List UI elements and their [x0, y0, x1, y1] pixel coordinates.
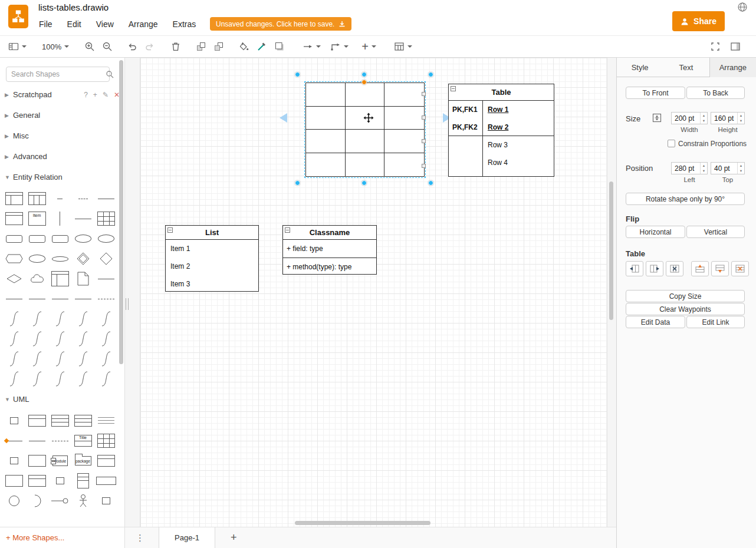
shape-preview-cloud[interactable] [25, 269, 48, 288]
shape-preview-table[interactable] [25, 189, 48, 208]
insert-column-right-button[interactable] [646, 261, 663, 276]
shape-preview-curve[interactable] [48, 369, 71, 388]
copy-size-button[interactable]: Copy Size [626, 290, 745, 302]
table-row[interactable]: PK,FK1 Row 1 [449, 101, 554, 118]
menu-extras[interactable]: Extras [173, 19, 196, 29]
shape-preview-curve[interactable] [94, 309, 117, 328]
table-row[interactable]: Row 4 [449, 154, 554, 171]
shape-preview-item[interactable]: Item [25, 209, 48, 228]
shape-preview-class[interactable] [71, 471, 94, 490]
left-input[interactable]: 280 pt ▲▼ [671, 162, 708, 174]
shape-preview-text[interactable] [94, 411, 117, 430]
shape-preview-rect[interactable] [25, 451, 48, 470]
shape-preview-hexagon[interactable] [2, 249, 25, 268]
add-icon[interactable]: + [93, 91, 97, 99]
shape-preview-divider[interactable] [48, 209, 71, 228]
shape-preview-line[interactable] [94, 189, 117, 208]
connect-arrow-left[interactable] [280, 113, 287, 123]
pages-menu-icon[interactable]: ⋮ [136, 533, 144, 543]
tab-arrange[interactable]: Arrange [709, 58, 756, 77]
insert-row-above-button[interactable] [691, 261, 709, 276]
shape-preview-rect[interactable] [2, 451, 25, 470]
shape-preview-arc[interactable] [25, 491, 48, 510]
shape-preview-class[interactable] [94, 451, 117, 470]
fill-color-button[interactable] [239, 41, 249, 52]
sidebar-section-general[interactable]: ▶ General [0, 105, 124, 126]
shape-preview-diamond[interactable] [94, 249, 117, 268]
class-shape[interactable]: Classname + field: type + method(type): … [282, 225, 377, 275]
shape-preview-grid[interactable] [94, 431, 117, 450]
shape-preview-curve[interactable] [48, 349, 71, 368]
list-shape[interactable]: List Item 1 Item 2 Item 3 [165, 225, 259, 292]
shape-preview-rect[interactable] [2, 471, 25, 490]
shape-preview-ellipse[interactable] [48, 249, 71, 268]
shape-preview-table[interactable] [2, 209, 25, 228]
sidebar-section-entity-relation[interactable]: ▼ Entity Relation [0, 167, 124, 187]
selected-table-shape[interactable] [305, 82, 425, 177]
list-item[interactable]: Item 2 [166, 258, 258, 275]
menu-edit[interactable]: Edit [67, 19, 81, 29]
width-input[interactable]: 200 pt ▲▼ [671, 112, 708, 124]
collapse-icon[interactable] [285, 227, 290, 233]
sidebar-section-scratchpad[interactable]: ▶ Scratchpad ? + ✎ ✕ [0, 84, 124, 105]
top-stepper[interactable]: ▲▼ [737, 163, 744, 174]
row-resize-handle[interactable] [422, 164, 426, 168]
edit-pencil-icon[interactable]: ✎ [103, 91, 109, 99]
shape-preview-curve[interactable] [71, 369, 94, 388]
shape-preview-class[interactable] [48, 411, 71, 430]
shape-preview-object[interactable] [2, 411, 25, 430]
rotation-handle[interactable] [361, 80, 367, 85]
width-stepper[interactable]: ▲▼ [700, 113, 707, 124]
shape-preview-curve[interactable] [71, 349, 94, 368]
shape-preview-diamond[interactable] [2, 269, 25, 288]
shape-preview-attribute[interactable] [71, 229, 94, 248]
help-icon[interactable]: ? [84, 91, 88, 99]
table-row[interactable]: PK,FK2 Row 2 [449, 118, 554, 136]
shape-preview-rect[interactable] [48, 471, 71, 490]
shape-preview-line[interactable] [2, 289, 25, 308]
shape-preview-curve[interactable] [71, 309, 94, 328]
vertical-scrollbar[interactable] [609, 181, 613, 320]
resize-handle-ne[interactable] [428, 72, 433, 77]
entity-table-shape[interactable]: Table PK,FK1 Row 1 PK,FK2 Row 2 Row 3 Ro… [448, 84, 554, 177]
shape-preview-entity[interactable] [25, 229, 48, 248]
tab-style[interactable]: Style [617, 58, 663, 77]
collapse-icon[interactable] [167, 227, 173, 233]
undo-button[interactable] [127, 41, 137, 52]
canvas[interactable]: Table PK,FK1 Row 1 PK,FK2 Row 2 Row 3 Ro… [125, 58, 616, 527]
redo-button[interactable] [144, 41, 155, 52]
shape-preview-ellipse[interactable] [25, 249, 48, 268]
delete-column-button[interactable] [666, 261, 683, 276]
sidebar-section-misc[interactable]: ▶ Misc [0, 126, 124, 146]
shape-preview-curve[interactable] [2, 349, 25, 368]
more-shapes-button[interactable]: + More Shapes... [6, 533, 64, 542]
shape-preview-rect[interactable] [94, 471, 117, 490]
sidebar-scrollbar[interactable] [119, 60, 123, 364]
top-input[interactable]: 40 pt ▲▼ [711, 162, 745, 174]
tab-text[interactable]: Text [663, 58, 709, 77]
shape-preview-attribute[interactable] [94, 229, 117, 248]
row-resize-handle[interactable] [422, 139, 426, 143]
height-stepper[interactable]: ▲▼ [737, 113, 744, 124]
shape-preview-curve[interactable] [25, 329, 48, 348]
shape-preview-line[interactable] [48, 431, 71, 450]
autosize-button[interactable] [652, 113, 662, 125]
table-row[interactable]: Row 3 [449, 136, 554, 154]
search-icon[interactable] [106, 70, 114, 81]
insert-button[interactable]: + [361, 41, 376, 52]
list-item[interactable]: Item 1 [166, 240, 258, 258]
shape-preview-title-frame[interactable]: Title [71, 431, 94, 450]
delete-row-button[interactable] [731, 261, 749, 276]
add-page-button[interactable]: + [231, 532, 237, 544]
list-item[interactable]: Item 3 [166, 275, 258, 293]
view-toggle-button[interactable] [8, 41, 27, 52]
to-back-button[interactable] [213, 41, 224, 52]
waypoints-button[interactable] [330, 41, 349, 52]
shape-preview-curve[interactable] [2, 369, 25, 388]
shape-preview-curve[interactable] [48, 329, 71, 348]
shape-preview-class[interactable] [71, 411, 94, 430]
height-input[interactable]: 160 pt ▲▼ [711, 112, 745, 124]
shape-preview-curve[interactable] [48, 309, 71, 328]
horizontal-scrollbar[interactable] [295, 521, 430, 525]
table-button[interactable] [394, 41, 412, 52]
